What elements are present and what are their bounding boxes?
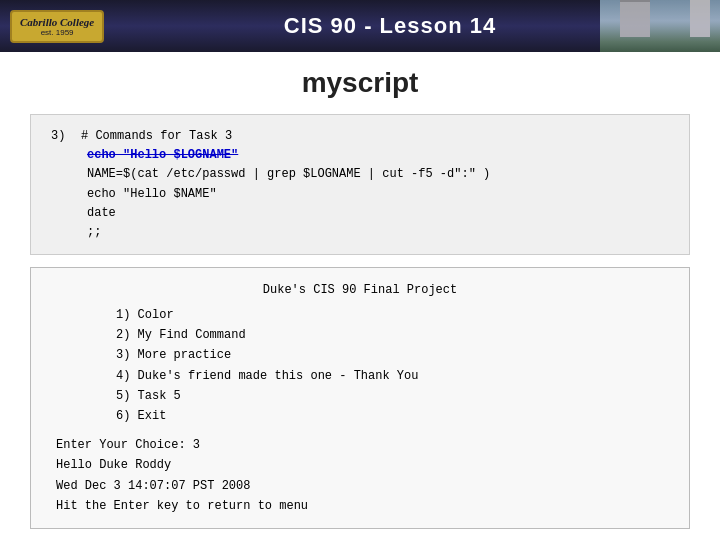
code-block-2: Duke's CIS 90 Final Project 1) Color2) M…	[30, 267, 690, 529]
page-content: myscript 3) # Commands for Task 3 echo "…	[0, 52, 720, 540]
menu-title: Duke's CIS 90 Final Project	[56, 280, 664, 304]
code-num-blank3	[51, 185, 87, 204]
code-line-double-semicolon: ;;	[51, 223, 669, 242]
code-name-assign: NAME=$(cat /etc/passwd | grep $LOGNAME |…	[87, 165, 490, 184]
logo-text-top: Cabrillo College	[20, 16, 94, 28]
menu-item: 4) Duke's friend made this one - Thank Y…	[116, 366, 664, 386]
menu-item: 5) Task 5	[116, 386, 664, 406]
code-num-3: 3)	[51, 127, 81, 146]
logo-badge: Cabrillo College est. 1959	[10, 10, 104, 43]
code-block-1: 3) # Commands for Task 3 echo "Hello $LO…	[30, 114, 690, 255]
code-num-blank2	[51, 165, 87, 184]
code-date: date	[87, 204, 116, 223]
code-echo-name: echo "Hello $NAME"	[87, 185, 217, 204]
footer-line: Hit the Enter key to return to menu	[56, 496, 664, 516]
footer-line: Wed Dec 3 14:07:07 PST 2008	[56, 476, 664, 496]
code-comment: # Commands for Task 3	[81, 127, 232, 146]
header-image	[600, 0, 720, 52]
footer-line: Enter Your Choice: 3	[56, 435, 664, 455]
menu-item: 3) More practice	[116, 345, 664, 365]
menu-items: 1) Color2) My Find Command3) More practi…	[56, 305, 664, 427]
code-num-blank	[51, 146, 87, 165]
code-num-blank5	[51, 223, 87, 242]
code-line-3-header: 3) # Commands for Task 3	[51, 127, 669, 146]
code-semicolons: ;;	[87, 223, 101, 242]
header: Cabrillo College est. 1959 CIS 90 - Less…	[0, 0, 720, 52]
footer-lines: Enter Your Choice: 3Hello Duke RoddyWed …	[56, 435, 664, 517]
code-line-echo: echo "Hello $NAME"	[51, 185, 669, 204]
header-title: CIS 90 - Lesson 14	[180, 13, 600, 39]
building-decoration	[600, 0, 720, 52]
footer-line: Hello Duke Roddy	[56, 455, 664, 475]
logo-text-bottom: est. 1959	[20, 28, 94, 37]
menu-item: 1) Color	[116, 305, 664, 325]
menu-item: 2) My Find Command	[116, 325, 664, 345]
page-title: myscript	[30, 67, 690, 99]
logo-area: Cabrillo College est. 1959	[0, 10, 180, 43]
code-num-blank4	[51, 204, 87, 223]
code-line-date: date	[51, 204, 669, 223]
code-strikethrough-text: echo "Hello $LOGNAME"	[87, 146, 238, 165]
code-line-strikethrough: echo "Hello $LOGNAME"	[51, 146, 669, 165]
code-line-name: NAME=$(cat /etc/passwd | grep $LOGNAME |…	[51, 165, 669, 184]
menu-item: 6) Exit	[116, 406, 664, 426]
